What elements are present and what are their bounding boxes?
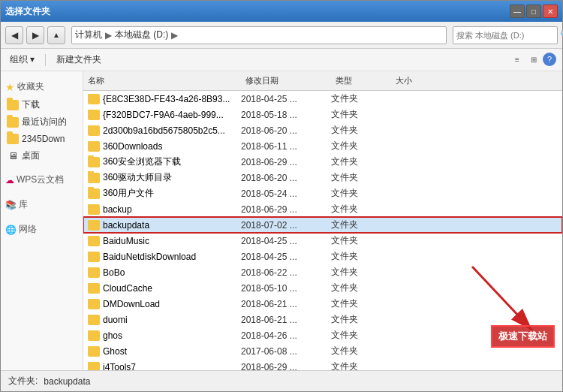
watermark-badge: 极速下载站 — [491, 325, 555, 348]
file-type: 文件夹 — [331, 92, 391, 105]
table-row[interactable]: {E8C3E38D-FE43-4a26-8B93... 2018-04-25 .… — [83, 91, 562, 107]
table-row[interactable]: 360安全浏览器下载 2018-06-29 ... 文件夹 — [83, 154, 562, 170]
back-button[interactable]: ◀ — [5, 26, 23, 44]
path-drive: 本地磁盘 (D:) — [115, 29, 168, 41]
file-date: 2018-04-26 ... — [241, 330, 331, 341]
file-type: 文件夹 — [331, 155, 391, 168]
wps-icon: ☁ — [5, 175, 14, 185]
wps-header[interactable]: ☁ WPS云文档 — [1, 170, 83, 189]
file-date: 2018-04-25 ... — [241, 252, 331, 262]
grid-view-icon[interactable]: ⊞ — [526, 53, 541, 68]
file-name: BaiduMusic — [83, 236, 241, 246]
table-row[interactable]: 2d300b9a16bd5675805b2c5... 2018-06-20 ..… — [83, 122, 562, 138]
table-row[interactable]: BaiduMusic 2018-04-25 ... 文件夹 — [83, 233, 562, 249]
file-name: backupdata — [83, 220, 241, 231]
file-type: 文件夹 — [331, 203, 391, 216]
table-row[interactable]: 360用户文件 2018-05-24 ... 文件夹 — [83, 185, 562, 201]
sidebar-item-download[interactable]: 下载 — [1, 96, 83, 113]
file-type: 文件夹 — [331, 360, 391, 370]
table-row[interactable]: BoBo 2018-06-22 ... 文件夹 — [83, 264, 562, 280]
file-date: 2018-05-18 ... — [241, 110, 331, 120]
sidebar-item-recent[interactable]: 最近访问的 — [1, 113, 83, 131]
minimize-button[interactable]: — — [510, 5, 525, 18]
file-date: 2018-06-29 ... — [241, 362, 331, 371]
file-name: CloudCache — [83, 283, 241, 294]
folder-icon — [88, 252, 100, 262]
file-name-text: {E8C3E38D-FE43-4a26-8B93... — [103, 94, 230, 104]
file-type: 文件夹 — [331, 345, 391, 357]
download-folder-icon — [7, 99, 19, 111]
file-name-text: {F320BDC7-F9A6-4aeb-999... — [103, 110, 224, 120]
file-name: 360驱动大师目录 — [83, 171, 241, 184]
help-icon[interactable]: ? — [543, 53, 556, 66]
favorites-header[interactable]: ★ 收藏夹 — [1, 77, 83, 96]
table-row[interactable]: backup 2018-06-29 ... 文件夹 — [83, 201, 562, 217]
network-section: 🌐 网络 — [1, 220, 83, 239]
col-header-size[interactable]: 大小 — [391, 74, 451, 88]
search-input[interactable] — [456, 31, 560, 40]
file-name-text: 2d300b9a16bd5675805b2c5... — [103, 125, 225, 136]
file-name: i4Tools7 — [83, 362, 241, 371]
library-icon: 📚 — [5, 200, 17, 210]
network-label: 网络 — [19, 223, 37, 236]
organize-button[interactable]: 组织 ▾ — [7, 52, 38, 68]
file-name-text: 360驱动大师目录 — [103, 171, 172, 184]
file-name-text: backupdata — [103, 220, 149, 231]
table-row[interactable]: CloudCache 2018-05-10 ... 文件夹 — [83, 280, 562, 296]
file-name-text: BoBo — [103, 267, 125, 278]
path-sep-2: ▶ — [171, 30, 178, 41]
file-name: ghos — [83, 330, 241, 341]
network-header[interactable]: 🌐 网络 — [1, 220, 83, 239]
file-type: 文件夹 — [331, 171, 391, 184]
folder-icon — [88, 346, 100, 357]
file-date: 2018-06-20 ... — [241, 125, 331, 136]
file-name: 360安全浏览器下载 — [83, 155, 241, 168]
forward-button[interactable]: ▶ — [26, 26, 44, 44]
path-sep-1: ▶ — [105, 30, 112, 41]
wps-label: WPS云文档 — [17, 173, 64, 186]
sidebar-item-desktop[interactable]: 🖥 桌面 — [1, 147, 83, 164]
file-name: backup — [83, 204, 241, 215]
file-name-text: 360Downloads — [103, 141, 162, 152]
folder-icon — [88, 267, 100, 278]
file-type: 文件夹 — [331, 108, 391, 121]
table-row[interactable]: 360Downloads 2018-06-11 ... 文件夹 — [83, 138, 562, 154]
library-header[interactable]: 📚 库 — [1, 195, 83, 214]
sidebar-recent-label: 最近访问的 — [22, 116, 67, 128]
desktop-icon: 🖥 — [7, 150, 19, 162]
table-row[interactable]: {F320BDC7-F9A6-4aeb-999... 2018-05-18 ..… — [83, 107, 562, 122]
close-button[interactable]: ✕ — [543, 5, 558, 18]
list-view-icon[interactable]: ≡ — [510, 53, 525, 68]
file-name-text: duomi — [103, 315, 128, 325]
up-button[interactable]: ▲ — [47, 26, 65, 44]
search-box[interactable]: 🔍 — [453, 26, 558, 44]
file-name-text: DMDownLoad — [103, 299, 160, 309]
status-label: 文件夹: — [8, 375, 38, 387]
file-type: 文件夹 — [331, 250, 391, 263]
col-header-name[interactable]: 名称 — [83, 74, 241, 88]
folder-icon — [88, 110, 100, 120]
sidebar: ★ 收藏夹 下载 最近访问的 — [1, 71, 83, 370]
file-date: 2018-06-29 ... — [241, 204, 331, 215]
address-bar[interactable]: 计算机 ▶ 本地磁盘 (D:) ▶ — [71, 26, 447, 44]
file-name: DMDownLoad — [83, 299, 241, 309]
file-date: 2018-06-21 ... — [241, 315, 331, 325]
status-bar: 文件夹: backupdata — [1, 370, 562, 391]
file-name-text: BaiduNetdiskDownload — [103, 252, 196, 262]
col-header-type[interactable]: 类型 — [331, 74, 391, 88]
sidebar-item-2345[interactable]: 2345Down — [1, 131, 83, 147]
view-icons: ≡ ⊞ ? — [510, 53, 556, 68]
col-header-date[interactable]: 修改日期 — [241, 74, 331, 88]
table-row[interactable]: DMDownLoad 2018-06-21 ... 文件夹 — [83, 296, 562, 312]
new-folder-button[interactable]: 新建文件夹 — [53, 52, 104, 68]
main-content: ★ 收藏夹 下载 最近访问的 — [1, 71, 562, 370]
table-row[interactable]: backupdata 2018-07-02 ... 文件夹 — [83, 217, 562, 233]
file-name: Ghost — [83, 346, 241, 357]
table-row[interactable]: BaiduNetdiskDownload 2018-04-25 ... 文件夹 — [83, 249, 562, 264]
maximize-button[interactable]: □ — [526, 5, 541, 18]
table-row[interactable]: i4Tools7 2018-06-29 ... 文件夹 — [83, 359, 562, 370]
table-row[interactable]: 360驱动大师目录 2018-06-20 ... 文件夹 — [83, 170, 562, 185]
title-bar: 选择文件夹 — □ ✕ — [1, 1, 562, 22]
sidebar-desktop-label: 桌面 — [22, 149, 40, 162]
file-name: duomi — [83, 315, 241, 325]
